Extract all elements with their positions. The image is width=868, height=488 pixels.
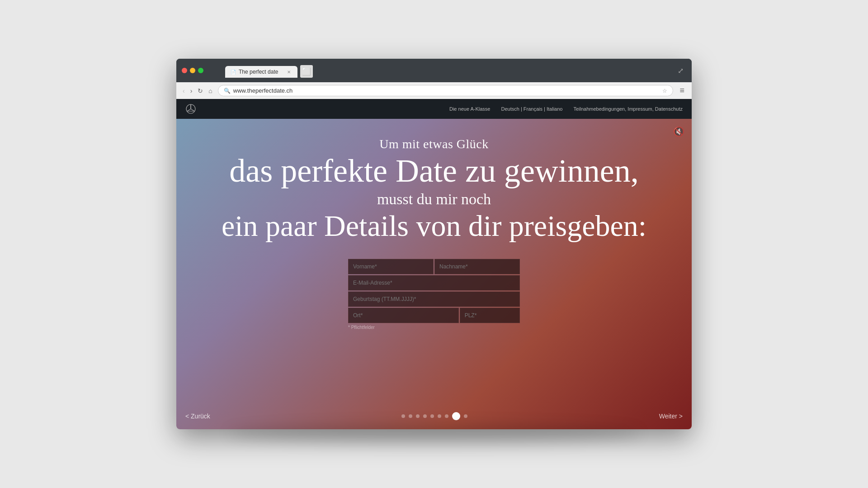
ort-input[interactable]: [348, 308, 459, 323]
dot-8-active[interactable]: [452, 412, 460, 420]
name-row: [348, 259, 520, 274]
address-bar: ‹ › ↻ ⌂ 🔍 www.theperfectdate.ch ☆ ≡: [176, 82, 692, 99]
menu-button[interactable]: ≡: [677, 85, 687, 96]
nav-buttons: ‹ › ↻ ⌂: [181, 86, 214, 95]
reload-button[interactable]: ↻: [196, 86, 205, 95]
bookmark-icon[interactable]: ☆: [662, 88, 667, 94]
back-button[interactable]: < Zurück: [185, 413, 210, 420]
browser-chrome: 📄 The perfect date ✕ ⬜ ⤢ ‹ › ↻ ⌂: [176, 59, 692, 99]
dot-1[interactable]: [401, 414, 405, 418]
home-button[interactable]: ⌂: [207, 86, 214, 95]
mute-button[interactable]: 🔇: [673, 126, 684, 137]
traffic-lights: [182, 68, 203, 73]
new-tab-button[interactable]: ⬜: [300, 65, 313, 78]
fullscreen-button[interactable]: ⤢: [675, 66, 686, 76]
nachname-input[interactable]: [434, 259, 520, 274]
headline-line1: Um mit etwas Glück: [222, 137, 646, 151]
close-button[interactable]: [182, 68, 187, 73]
browser-window: 📄 The perfect date ✕ ⬜ ⤢ ‹ › ↻ ⌂: [176, 59, 692, 429]
forward-button[interactable]: ›: [189, 86, 194, 95]
site-main: 🔇 Um mit etwas Glück das perfekte Date z…: [176, 119, 692, 429]
maximize-button[interactable]: [198, 68, 203, 73]
tab-close-button[interactable]: ✕: [286, 69, 292, 75]
url-actions: ☆: [662, 88, 667, 94]
search-icon: 🔍: [224, 88, 231, 94]
dot-7[interactable]: [445, 414, 448, 418]
plz-input[interactable]: [460, 308, 520, 323]
vorname-input[interactable]: [348, 259, 434, 274]
nav-links: Die neue A-Klasse Deutsch | Français | I…: [449, 106, 683, 112]
headline-section: Um mit etwas Glück das perfekte Date zu …: [194, 119, 674, 252]
next-button[interactable]: Weiter >: [659, 413, 683, 420]
email-input[interactable]: [348, 275, 520, 291]
headline-line4: ein paar Details von dir preisgeben:: [222, 210, 646, 243]
dot-4[interactable]: [423, 414, 427, 418]
browser-shadow: [228, 425, 640, 443]
tab-title: The perfect date: [239, 69, 278, 75]
nav-legal[interactable]: Teilnahmebedingungen, Impressum, Datensc…: [573, 106, 683, 112]
progress-dots: [210, 412, 659, 420]
required-note: * Pflichtfelder: [348, 325, 520, 330]
minimize-button[interactable]: [190, 68, 195, 73]
title-bar: 📄 The perfect date ✕ ⬜ ⤢: [176, 59, 692, 82]
website-content: Die neue A-Klasse Deutsch | Français | I…: [176, 99, 692, 429]
headline-line3: musst du mir noch: [222, 191, 646, 208]
nav-a-klasse[interactable]: Die neue A-Klasse: [449, 106, 491, 112]
dot-2[interactable]: [409, 414, 412, 418]
nav-lang-de[interactable]: Deutsch | Français | Italiano: [501, 106, 562, 112]
back-button[interactable]: ‹: [181, 86, 187, 95]
location-row: [348, 308, 520, 323]
tab-favicon: 📄: [231, 70, 236, 75]
registration-form: * Pflichtfelder: [348, 259, 520, 330]
email-row: [348, 275, 520, 291]
birthday-row: [348, 291, 520, 307]
dot-3[interactable]: [416, 414, 420, 418]
birthday-input[interactable]: [348, 291, 520, 307]
dot-9[interactable]: [464, 414, 467, 418]
dot-5[interactable]: [430, 414, 434, 418]
dot-6[interactable]: [438, 414, 441, 418]
active-tab[interactable]: 📄 The perfect date ✕: [225, 66, 297, 78]
headline-line2: das perfekte Date zu gewinnen,: [222, 153, 646, 189]
url-bar[interactable]: 🔍 www.theperfectdate.ch ☆: [218, 85, 674, 96]
url-text: www.theperfectdate.ch: [233, 87, 660, 94]
mercedes-logo: [185, 103, 196, 114]
site-navigation: Die neue A-Klasse Deutsch | Français | I…: [176, 99, 692, 119]
